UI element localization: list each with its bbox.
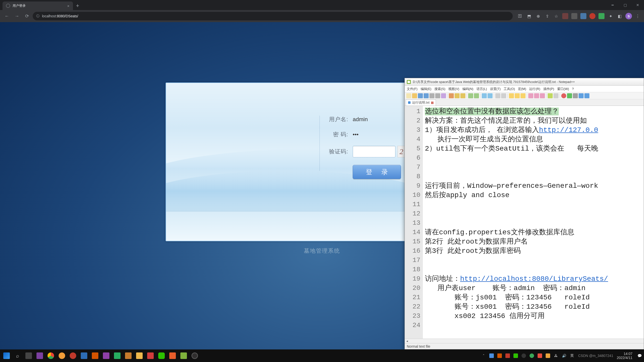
task-app-4[interactable]: [67, 350, 78, 361]
npp-toolbar[interactable]: [405, 92, 644, 99]
task-app-3[interactable]: [56, 350, 67, 361]
share-icon[interactable]: ⇪: [543, 12, 551, 20]
volume-icon[interactable]: 🔊: [560, 352, 568, 359]
save-icon[interactable]: [418, 93, 423, 98]
task-app-7[interactable]: [101, 350, 112, 361]
network-icon[interactable]: 🖧: [552, 352, 559, 359]
run-macro-icon[interactable]: [584, 93, 589, 98]
tray-app-4[interactable]: [512, 352, 519, 359]
func-list-icon[interactable]: [548, 93, 553, 98]
npp-menu-item[interactable]: 运行(R): [529, 87, 540, 91]
chrome-menu-icon[interactable]: ⋮: [634, 12, 641, 20]
npp-menu-item[interactable]: 视图(V): [448, 87, 459, 91]
npp-menu-item[interactable]: 编辑(E): [421, 87, 431, 91]
tray-app-7[interactable]: [536, 352, 543, 359]
ext2-icon[interactable]: [571, 12, 578, 20]
window-maximize-button[interactable]: ▢: [619, 0, 631, 10]
password-field[interactable]: •••: [353, 131, 393, 138]
zoom-in-icon[interactable]: [495, 93, 500, 98]
tray-app-1[interactable]: [488, 352, 495, 359]
tray-app-5[interactable]: [520, 352, 527, 359]
replace-icon[interactable]: [488, 93, 493, 98]
play-macro-icon[interactable]: [567, 93, 572, 98]
tray-app-6[interactable]: [528, 352, 535, 359]
tray-app-3[interactable]: [504, 352, 511, 359]
redo-icon[interactable]: [474, 93, 479, 98]
task-app-obs[interactable]: [189, 350, 200, 361]
task-app-npp[interactable]: [178, 350, 189, 361]
print-icon[interactable]: [441, 93, 446, 98]
record-macro-icon[interactable]: [561, 93, 566, 98]
nav-reload-button[interactable]: ⟳: [23, 12, 31, 20]
windows-taskbar[interactable]: ⌕ ˄ 🖧 🔊 英 CSDN @m_34807241 14:07 2022/4/…: [0, 349, 644, 362]
ext1-icon[interactable]: [561, 12, 569, 20]
task-app-chrome[interactable]: [45, 350, 56, 361]
save-all-icon[interactable]: [424, 93, 429, 98]
notifications-icon[interactable]: 💬: [636, 352, 643, 359]
npp-menu-item[interactable]: 宏(M): [518, 87, 526, 91]
npp-menu-item[interactable]: 插件(P): [543, 87, 554, 91]
paste-icon[interactable]: [460, 93, 465, 98]
stop-macro-icon[interactable]: [573, 93, 578, 98]
system-tray[interactable]: ˄ 🖧 🔊 英 CSDN @m_34807241 14:07 2022/4/11…: [480, 352, 643, 360]
npp-menu-item[interactable]: 语言(L): [476, 87, 487, 91]
indent-icon[interactable]: [520, 93, 526, 98]
ext5-icon[interactable]: [598, 12, 605, 20]
npp-file-tab[interactable]: 运行说明.txt ⊠: [406, 99, 436, 106]
npp-titlebar[interactable]: D:\共享文件\code space\基于Java Web的墓地管理系统的设计与…: [405, 78, 644, 86]
window-minimize-button[interactable]: ━: [606, 0, 619, 10]
tray-expand-icon[interactable]: ˄: [480, 352, 487, 359]
npp-tab-close-icon[interactable]: ⊠: [431, 101, 434, 105]
npp-menu-item[interactable]: 工具(O): [504, 87, 515, 91]
new-file-icon[interactable]: [406, 93, 411, 98]
search-button[interactable]: ⌕: [12, 350, 23, 361]
cut-icon[interactable]: [449, 93, 454, 98]
npp-menu-item[interactable]: ?: [572, 87, 574, 91]
adblock-icon[interactable]: [589, 12, 596, 20]
bookmark-star-icon[interactable]: ☆: [552, 12, 560, 20]
ww-icon[interactable]: [509, 93, 514, 98]
extensions-icon[interactable]: ✦: [607, 12, 614, 20]
unfold-icon[interactable]: [534, 93, 539, 98]
show-all-icon[interactable]: [515, 93, 520, 98]
nav-forward-button[interactable]: →: [13, 12, 21, 20]
npp-menubar[interactable]: 文件(F)编辑(E)搜索(S)视图(V)编码(N)语言(L)设置(T)工具(O)…: [405, 86, 644, 92]
task-app-13[interactable]: [167, 350, 178, 361]
tray-app-8[interactable]: [544, 352, 551, 359]
zoom-icon[interactable]: ⊕: [534, 12, 542, 20]
task-app-wechat[interactable]: [156, 350, 167, 361]
username-field[interactable]: admin: [353, 116, 393, 123]
new-tab-button[interactable]: +: [73, 3, 82, 10]
task-view-button[interactable]: [23, 350, 34, 361]
zoom-out-icon[interactable]: [501, 93, 506, 98]
tray-app-2[interactable]: [496, 352, 503, 359]
npp-menu-item[interactable]: 搜索(S): [434, 87, 445, 91]
find-icon[interactable]: [482, 93, 487, 98]
task-app-9[interactable]: [123, 350, 134, 361]
undo-icon[interactable]: [468, 93, 473, 98]
task-app-6[interactable]: [90, 350, 101, 361]
start-button[interactable]: [1, 350, 12, 361]
horizontal-scrollbar[interactable]: ◂: [405, 339, 644, 343]
doc-map-icon[interactable]: [553, 93, 558, 98]
key-icon[interactable]: ⚿: [516, 12, 524, 20]
task-app-10[interactable]: [134, 350, 145, 361]
hide-lines-icon[interactable]: [540, 93, 545, 98]
side-panel-icon[interactable]: ◧: [616, 12, 623, 20]
npp-menu-item[interactable]: 窗口(W): [557, 87, 569, 91]
close-file-icon[interactable]: [429, 93, 434, 98]
fold-icon[interactable]: [528, 93, 533, 98]
task-app-5[interactable]: [78, 350, 90, 361]
notepadpp-window[interactable]: D:\共享文件\code space\基于Java Web的墓地管理系统的设计与…: [405, 78, 644, 349]
task-app-1[interactable]: [34, 350, 45, 361]
tab-close-icon[interactable]: ×: [67, 4, 69, 8]
task-app-11[interactable]: [145, 350, 156, 361]
taskbar-clock[interactable]: 14:07 2022/4/11: [617, 352, 632, 360]
close-all-icon[interactable]: [435, 93, 440, 98]
profile-avatar[interactable]: S: [625, 12, 632, 20]
open-file-icon[interactable]: [412, 93, 417, 98]
npp-menu-item[interactable]: 文件(F): [407, 87, 418, 91]
ime-icon[interactable]: 英: [569, 352, 576, 359]
nav-back-button[interactable]: ←: [3, 12, 11, 20]
address-bar[interactable]: ⓘ localhost:8080/DSeats/: [33, 12, 513, 20]
